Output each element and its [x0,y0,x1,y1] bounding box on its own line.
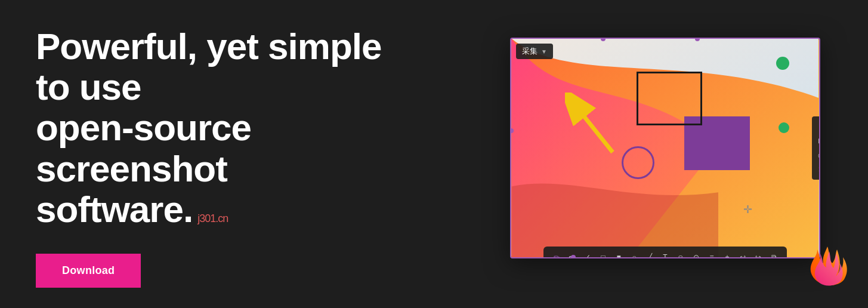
tool-text[interactable]: T [658,250,672,258]
toolbar-label: 采集 [522,46,538,57]
toolbar-dropdown-arrow[interactable]: ▼ [541,48,547,55]
hero-title-line3: software. [36,189,193,230]
tool-timer[interactable]: ⊙ [689,250,703,258]
tool-line[interactable]: ╱ [642,250,657,258]
tool-pen[interactable]: ✏ [549,250,564,258]
hero-title-line2: open-source screenshot [36,107,251,189]
side-btn-copy[interactable]: ⊞ [814,134,820,147]
deco-green-dot-1 [776,57,789,70]
watermark-text: j301.cn [197,212,228,224]
hero-title: Powerful, yet simple to use open-source … [36,26,382,230]
svg-line-2 [577,107,613,152]
screenshot-window: ✛ 采集 ▼ ↓ ⊞ ◑ ✕ ✏ 〜 [510,38,820,258]
deco-crosshair: ✛ [742,204,753,215]
deco-green-dot-2 [779,122,789,133]
tool-circle[interactable]: ○ [627,250,641,258]
hero-section: Powerful, yet simple to use open-source … [0,0,868,308]
download-button[interactable]: Download [36,254,141,288]
right-content: ✛ 采集 ▼ ↓ ⊞ ◑ ✕ ✏ 〜 [498,26,844,282]
screenshot-background: ✛ 采集 ▼ [511,39,819,257]
deco-arrow [565,93,637,164]
hero-title-line1: Powerful, yet simple to use [36,26,382,107]
deco-rect-outline [637,72,702,125]
side-toolbar: ↓ ⊞ ◑ ✕ [812,116,820,180]
tool-check[interactable]: ✓ [580,250,595,258]
tool-rect-outline[interactable]: □ [596,250,610,258]
tool-emoji[interactable]: ☺ [674,250,688,258]
tool-copy[interactable]: ⧉ [767,250,781,258]
tool-undo[interactable]: ↩ [736,250,750,258]
side-btn-close[interactable]: ✕ [814,163,820,176]
tool-redo[interactable]: ↪ [751,250,765,258]
flame-logo [802,241,850,288]
selection-dot-bottom-left [571,255,576,258]
left-content: Powerful, yet simple to use open-source … [36,20,382,288]
tool-rect-filled[interactable]: ■ [611,250,626,258]
tool-mosaic[interactable]: ≡ [705,250,719,258]
side-btn-download[interactable]: ↓ [814,120,820,133]
screenshot-capture-toolbar: 采集 ▼ [516,44,553,59]
bottom-annotation-toolbar: ✏ 〜 ✓ □ ■ ○ ╱ T ☺ ⊙ ≡ + ↩ ↪ ⧉ [543,247,787,258]
tool-add[interactable]: + [720,250,734,258]
side-btn-settings[interactable]: ◑ [814,149,820,162]
